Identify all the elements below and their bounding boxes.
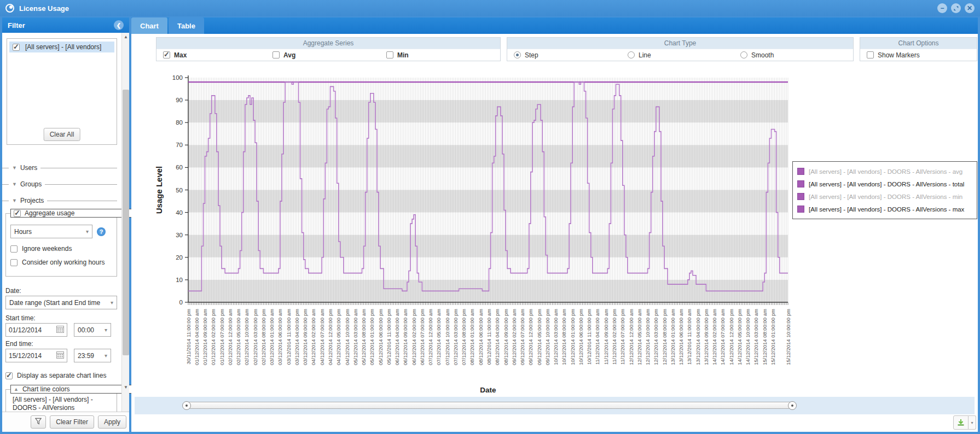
- date-range-select[interactable]: Date range (Start and End time ▾: [5, 296, 117, 309]
- x-tick-label: 01/12/2014 02:00:00 pm: [210, 309, 216, 365]
- calendar-icon[interactable]: [56, 351, 64, 360]
- window-close-button[interactable]: ✕: [965, 3, 975, 13]
- x-tick-label: 14/12/2014 05:00:00 pm: [737, 309, 743, 365]
- x-tick-label: 07/12/2014 03:00:00 pm: [453, 309, 459, 365]
- slider-left-handle[interactable]: [182, 401, 191, 410]
- sidebar-section-projects[interactable]: ▼ Projects: [2, 197, 117, 204]
- separate-lines-checkbox[interactable]: [5, 372, 13, 379]
- slider-right-handle[interactable]: [788, 401, 797, 410]
- chart-options-panel: Chart Options Show Markers: [860, 37, 977, 61]
- max-checkbox[interactable]: [163, 51, 170, 58]
- legend-item[interactable]: [All servers] - [All vendors] - DOORS - …: [797, 178, 972, 190]
- time-range-slider-track[interactable]: [183, 402, 796, 409]
- working-hours-checkbox[interactable]: [10, 259, 18, 266]
- x-tick-label: 05/12/2014 03:00:00 am: [352, 309, 358, 365]
- apply-button[interactable]: Apply: [98, 415, 126, 429]
- start-time-value: 00:00: [78, 326, 94, 334]
- y-tick-label: 40: [176, 209, 183, 216]
- end-time-value: 23:59: [78, 352, 94, 360]
- x-axis-title: Date: [188, 386, 788, 394]
- server-item-label: [All servers] - [All vendors]: [25, 43, 101, 51]
- end-time-select[interactable]: 23:59 ▾: [74, 349, 111, 362]
- ignore-weekends-checkbox[interactable]: [10, 245, 18, 253]
- window-title: License Usage: [19, 4, 69, 13]
- x-tick-label: 04/12/2014 12:00:00 pm: [327, 309, 333, 365]
- sidebar-scrollbar: ▲ ▼: [121, 33, 129, 412]
- x-tick-label: 08/12/2014 06:00:00 am: [478, 309, 484, 365]
- smooth-radio[interactable]: [740, 51, 747, 58]
- x-tick-label: 30/11/2014 11:00:00 pm: [185, 309, 192, 365]
- start-time-label: Start time:: [5, 314, 36, 322]
- calendar-icon[interactable]: [56, 326, 64, 335]
- chart-type-title: Chart Type: [507, 38, 853, 49]
- list-item[interactable]: [All servers] - [All vendors]: [9, 42, 114, 52]
- min-label: Min: [397, 51, 409, 59]
- legend-swatch: [797, 168, 804, 175]
- x-tick-label: 14/12/2014 02:00:00 am: [711, 309, 717, 365]
- scroll-up-icon[interactable]: ▲: [122, 33, 130, 41]
- legend-label: [All servers] - [All vendors] - DOORS - …: [809, 168, 962, 175]
- clear-filter-button[interactable]: Clear Filter: [50, 415, 94, 429]
- x-tick-label: 10/12/2014 06:00:00 pm: [578, 309, 584, 365]
- sidebar-section-users[interactable]: ▼ Users: [2, 164, 117, 172]
- chevron-down-icon: ▼: [12, 198, 17, 203]
- tab-table[interactable]: Table: [169, 17, 204, 34]
- date-range-value: Date range (Start and End time: [9, 299, 106, 307]
- x-tick-label: 12/12/2014 12:00:00 am: [628, 309, 634, 365]
- smooth-label: Smooth: [751, 51, 774, 59]
- x-tick-label: 12/12/2014 03:00:00 pm: [653, 309, 659, 365]
- legend-label: [All servers] - [All vendors] - DOORS - …: [809, 181, 964, 187]
- show-markers-checkbox[interactable]: [867, 51, 874, 58]
- server-checkbox[interactable]: [13, 44, 20, 51]
- y-tick-label: 30: [176, 232, 183, 238]
- x-tick-label: 03/12/2014 11:00:00 am: [286, 309, 292, 365]
- x-tick-label: 12/12/2014 10:00:00 am: [645, 309, 651, 365]
- aggregate-series-title: Aggregate Series: [156, 38, 500, 49]
- help-icon[interactable]: ?: [97, 227, 106, 236]
- sidebar-section-groups[interactable]: ▼ Groups: [2, 180, 117, 188]
- app-icon: [5, 4, 14, 13]
- min-checkbox[interactable]: [386, 51, 393, 58]
- titlebar: License Usage − ✕: [0, 0, 980, 16]
- start-date-field[interactable]: 01/12/2014: [5, 323, 67, 337]
- end-date-field[interactable]: 15/12/2014: [5, 349, 67, 362]
- chart-svg: 010203040506070809010030/11/2014 11:00:0…: [153, 64, 793, 384]
- funnel-icon: [35, 418, 42, 425]
- window-minimize-button[interactable]: −: [937, 3, 947, 13]
- clear-all-button[interactable]: Clear All: [44, 128, 80, 141]
- start-time-select[interactable]: 00:00 ▾: [74, 323, 111, 337]
- section-label: Projects: [20, 197, 44, 204]
- x-tick-label: 01/12/2014 09:00:00 am: [202, 309, 208, 365]
- legend-item[interactable]: [All servers] - [All vendors] - DOORS - …: [797, 165, 972, 178]
- legend-item[interactable]: [All servers] - [All vendors] - DOORS - …: [797, 190, 972, 203]
- date-label: Date:: [5, 287, 21, 295]
- section-label: Users: [20, 164, 37, 172]
- x-tick-label: 04/12/2014 02:00:00 am: [310, 309, 316, 365]
- scrollbar-thumb[interactable]: [123, 90, 129, 355]
- line-radio[interactable]: [628, 51, 635, 58]
- chevron-up-icon[interactable]: ▲: [14, 386, 19, 392]
- step-radio[interactable]: [514, 51, 521, 58]
- export-dropdown-button[interactable]: ▾: [969, 415, 976, 430]
- x-tick-label: 10/12/2014 03:00:00 am: [553, 309, 559, 365]
- max-label: Max: [174, 51, 187, 59]
- legend-item[interactable]: [All servers] - [All vendors] - DOORS - …: [797, 203, 972, 215]
- scroll-down-icon[interactable]: ▼: [122, 383, 130, 391]
- window-maximize-button[interactable]: [951, 3, 961, 13]
- avg-checkbox[interactable]: [272, 51, 280, 58]
- aggregate-usage-checkbox[interactable]: [14, 210, 21, 217]
- aggregate-unit-select[interactable]: Hours ▾: [10, 225, 92, 238]
- filter-panel: Filter ❮ [All servers] - [All vendors] C…: [2, 17, 129, 432]
- x-tick-label: 08/12/2014 11:00:00 am: [486, 309, 492, 365]
- x-tick-label: 13/12/2014 06:00:00 am: [678, 309, 684, 365]
- export-chart-button[interactable]: [953, 415, 969, 430]
- tab-chart[interactable]: Chart: [131, 17, 167, 34]
- filter-funnel-button[interactable]: [31, 415, 46, 429]
- filter-panel-content: [All servers] - [All vendors] Clear All …: [2, 33, 121, 412]
- chart-area: 010203040506070809010030/11/2014 11:00:0…: [153, 64, 793, 384]
- collapse-panel-button[interactable]: ❮: [114, 20, 124, 30]
- end-date-value: 15/12/2014: [9, 352, 42, 360]
- x-tick-label: 01/12/2014 04:00:00 am: [194, 309, 200, 365]
- x-tick-label: 02/12/2014 08:00:00 pm: [260, 309, 266, 365]
- legend-label: [All servers] - [All vendors] - DOORS - …: [809, 206, 964, 213]
